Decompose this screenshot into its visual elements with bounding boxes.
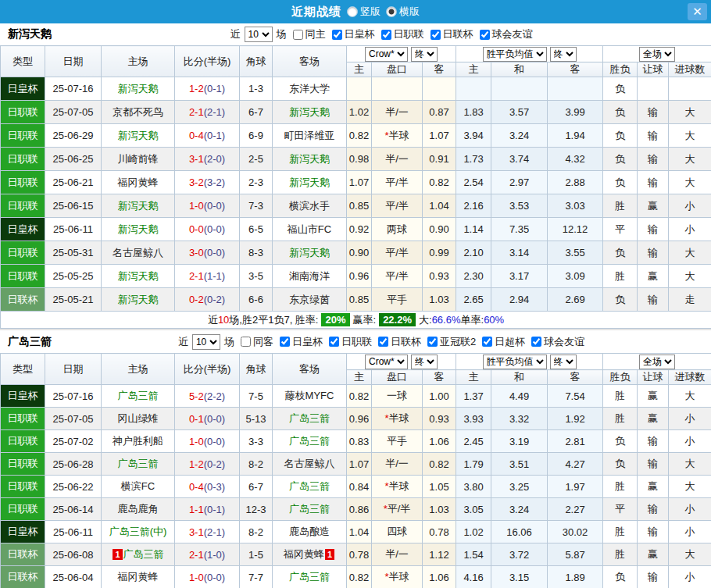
handicap-result: 输 <box>638 101 669 124</box>
type-badge: 日职联 <box>1 241 45 265</box>
league-filter-checkbox[interactable] <box>280 337 290 347</box>
mean-draw: 3.15 <box>491 566 548 588</box>
layout-vertical-label: 竖版 <box>360 5 381 19</box>
home-team-name: 新泻天鹅 <box>118 223 159 235</box>
away-team-name: 东洋大学 <box>289 83 330 94</box>
match-date: 25-05-25 <box>45 265 102 288</box>
match-date: 25-07-05 <box>45 408 102 430</box>
handicap: 四球 <box>372 521 423 543</box>
layout-horizontal-label: 横版 <box>399 5 420 19</box>
league-filter-checkbox[interactable] <box>427 337 438 347</box>
mean-home: 3.05 <box>456 498 491 521</box>
match-row: 日职联25-07-02神户胜利船1-0(0-0)3-3广岛三箭0.83平手1.0… <box>1 430 711 453</box>
mean-final-select[interactable]: 终 <box>550 355 577 369</box>
mean-away: 3.55 <box>548 241 603 265</box>
away-team: 广岛三箭 <box>273 408 347 430</box>
games-count-select[interactable]: 10 <box>192 334 220 350</box>
fulltime-score: 3-1 <box>189 526 204 538</box>
home-team: 福冈黄蜂 <box>102 171 175 194</box>
layout-horizontal-radio[interactable]: 横版 <box>386 5 420 19</box>
odds-away: 1.03 <box>423 288 456 312</box>
mean-home <box>456 77 491 101</box>
mean-select[interactable]: 胜平负均值 <box>483 47 547 62</box>
match-date: 25-06-15 <box>45 194 102 218</box>
layout-vertical-radio[interactable]: 竖版 <box>347 5 381 19</box>
odds-final-select[interactable]: 终 <box>411 47 438 62</box>
mean-home: 1.73 <box>456 148 491 171</box>
sub-column-header: 胜负 <box>603 62 638 77</box>
league-filter-checkbox[interactable] <box>381 30 391 40</box>
filter-controls: 近10场同客日皇杯日职联日联杯亚冠联2日超杯球会友谊 <box>177 334 585 350</box>
sub-column-header: 盘口 <box>372 370 423 385</box>
same-venue-label: 同客 <box>253 335 273 349</box>
home-team-name: 广岛三箭(中) <box>109 526 167 537</box>
column-header: 比分(半场) <box>175 46 240 77</box>
column-header: 角球 <box>240 46 273 77</box>
home-team-name: 广岛三箭 <box>118 390 159 401</box>
odds-company-select[interactable]: Crow* <box>365 47 408 62</box>
corner-score: 5-13 <box>240 408 273 430</box>
handicap-text: 平/半 <box>388 503 411 515</box>
same-venue-checkbox[interactable] <box>241 337 251 347</box>
league-filter-checkbox[interactable] <box>480 30 490 40</box>
mean-home: 2.16 <box>456 194 491 218</box>
scope-select[interactable]: 全场 <box>639 47 675 62</box>
scope-select[interactable]: 全场 <box>639 355 675 369</box>
fulltime-score: 3-0 <box>189 247 204 258</box>
match-date: 25-06-04 <box>45 566 102 588</box>
odds-home: 0.90 <box>347 241 372 265</box>
mean-away: 30.02 <box>548 521 603 543</box>
goals-result: 大 <box>669 101 711 124</box>
mean-draw: 3.25 <box>491 476 548 498</box>
league-filter-label: 亚冠联2 <box>440 335 476 349</box>
profit-rate-label: 赢率: <box>353 314 377 326</box>
odds-final-select[interactable]: 终 <box>411 355 438 369</box>
match-date: 25-07-05 <box>45 101 102 124</box>
fulltime-score: 3-1 <box>189 153 204 165</box>
same-venue-checkbox[interactable] <box>293 30 303 40</box>
league-filter-checkbox[interactable] <box>329 337 339 347</box>
fulltime-score: 5-2 <box>189 390 204 402</box>
handicap-text: 四球 <box>387 526 407 537</box>
close-icon[interactable]: ✕ <box>688 3 707 20</box>
corner-score: 7-3 <box>240 194 273 218</box>
corner-score: 8-2 <box>240 453 273 476</box>
result: 负 <box>603 77 638 101</box>
home-team-name: 名古屋鲸八 <box>113 247 163 258</box>
mean-home: 3.94 <box>456 124 491 148</box>
games-label: 场 <box>224 335 234 349</box>
handicap-result: 赢 <box>638 476 669 498</box>
league-filter-checkbox[interactable] <box>378 337 388 347</box>
mean-select[interactable]: 胜平负均值 <box>483 355 547 369</box>
odds-home: 0.92 <box>347 218 372 241</box>
handicap: 平/半 <box>372 241 423 265</box>
home-team: 鹿岛鹿角 <box>102 498 175 521</box>
handicap <box>372 77 423 101</box>
odds-home: 0.85 <box>347 194 372 218</box>
sub-column-header: 主 <box>456 62 491 77</box>
red-card-badge: 1 <box>113 549 122 560</box>
league-filter-checkbox[interactable] <box>482 337 492 347</box>
odds-company-select[interactable]: Crow* <box>365 355 408 369</box>
home-team-name: 新泻天鹅 <box>118 200 159 212</box>
odds-home: 1.07 <box>347 171 372 194</box>
league-filter-checkbox[interactable] <box>531 337 541 347</box>
odds-home <box>347 77 372 101</box>
match-row: 日联杯25-06-081广岛三箭2-1(1-0)1-5福冈黄蜂10.78半/一1… <box>1 543 711 566</box>
type-badge: 日职联 <box>1 476 45 498</box>
games-count-select[interactable]: 10 <box>245 27 273 42</box>
result: 胜 <box>603 476 638 498</box>
halftime-score: (0-0) <box>204 223 225 235</box>
score: 1-2(0-2) <box>175 453 240 476</box>
mean-final-select[interactable]: 终 <box>550 47 577 62</box>
titlebar-center: 近期战绩 竖版 横版 <box>291 5 420 20</box>
away-team: 广岛三箭 <box>273 566 347 588</box>
league-filter-checkbox[interactable] <box>332 30 342 40</box>
home-team: 京都不死鸟 <box>102 101 175 124</box>
goals-result: 小 <box>669 408 711 430</box>
sections-container: 新泻天鹅近10场同主日皇杯日职联日联杯球会友谊类型日期主场比分(半场)角球客场C… <box>0 23 711 588</box>
handicap-result: 输 <box>638 148 669 171</box>
league-filter-checkbox[interactable] <box>431 30 441 40</box>
mean-home: 2.65 <box>456 288 491 312</box>
header-row-top: 类型日期主场比分(半场)角球客场Crow*终胜平负均值终全场 <box>1 46 711 62</box>
